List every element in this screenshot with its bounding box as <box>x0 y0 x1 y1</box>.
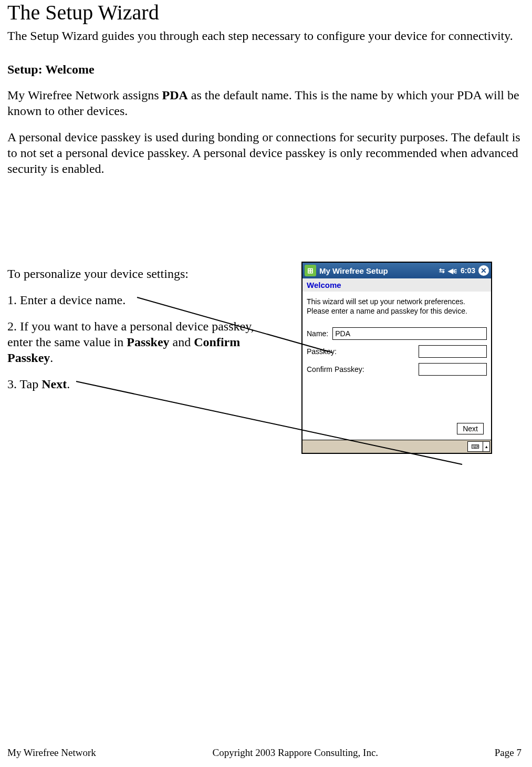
connectivity-icon[interactable]: ⇆ <box>439 267 445 275</box>
start-icon[interactable]: ⊞ <box>305 265 316 276</box>
step-2: 2. If you want to have a personal device… <box>7 318 275 366</box>
name-label: Name: <box>307 329 328 338</box>
text: . <box>67 377 70 391</box>
app-title: My Wirefree Setup <box>319 266 388 275</box>
device-titlebar: ⊞ My Wirefree Setup ⇆ ◀ϵ 6:03 ✕ <box>302 263 491 278</box>
speaker-icon[interactable]: ◀ϵ <box>448 267 457 275</box>
bold-next: Next <box>41 377 67 391</box>
keyboard-icon[interactable]: ⌨ <box>467 441 483 452</box>
name-field[interactable] <box>332 327 487 340</box>
footer-right: Page 7 <box>495 747 521 759</box>
close-icon[interactable]: ✕ <box>478 265 489 276</box>
text: and <box>170 335 194 349</box>
bold-passkey: Passkey <box>127 335 169 349</box>
text: My Wirefree Network assigns <box>7 88 162 102</box>
text: . <box>50 351 53 365</box>
bold-pda: PDA <box>162 88 188 102</box>
passkey-label: Passkey: <box>307 347 337 356</box>
wizard-section-header: Welcome <box>302 278 491 292</box>
sip-bar: ⌨ ▴ <box>302 440 491 453</box>
wizard-help-text: This wizard will set up your network pre… <box>307 297 487 316</box>
paragraph-passkey: A personal device passkey is used during… <box>7 129 521 177</box>
passkey-field[interactable] <box>419 345 487 358</box>
confirm-passkey-label: Confirm Passkey: <box>307 365 364 374</box>
step-1: 1. Enter a device name. <box>7 292 275 308</box>
sip-arrow-icon[interactable]: ▴ <box>483 441 490 452</box>
text: 3. Tap <box>7 377 41 391</box>
footer-center: Copyright 2003 Rappore Consulting, Inc. <box>212 747 378 759</box>
steps-lead: To personalize your device settings: <box>7 266 275 282</box>
intro-paragraph: The Setup Wizard guides you through each… <box>7 28 521 44</box>
clock-time: 6:03 <box>461 266 475 275</box>
section-heading: Setup: Welcome <box>7 63 521 77</box>
confirm-passkey-field[interactable] <box>419 363 487 376</box>
page-title: The Setup Wizard <box>7 0 521 25</box>
device-screenshot: ⊞ My Wirefree Setup ⇆ ◀ϵ 6:03 ✕ Welcome … <box>301 262 492 454</box>
step-3: 3. Tap Next. <box>7 376 275 392</box>
footer-left: My Wirefree Network <box>7 747 96 759</box>
page-footer: My Wirefree Network Copyright 2003 Rappo… <box>7 747 521 759</box>
next-button[interactable]: Next <box>457 423 484 434</box>
paragraph-default-name: My Wirefree Network assigns PDA as the d… <box>7 87 521 119</box>
